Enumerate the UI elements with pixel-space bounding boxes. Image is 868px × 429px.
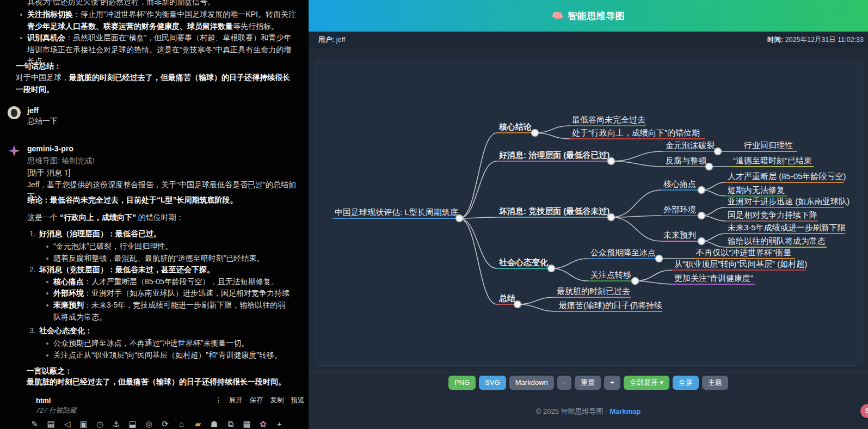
- svg-text:未来预判: 未来预判: [663, 230, 696, 240]
- image-icon[interactable]: ▣: [79, 419, 88, 429]
- mindmap-node[interactable]: 从“职业顶层”转向“民间基层” (如村超): [672, 259, 807, 270]
- mindmap-node[interactable]: 国足相对竞争力持续下降: [725, 210, 818, 221]
- home-icon[interactable]: ⌂: [177, 419, 186, 429]
- mindmap-link: [551, 268, 588, 281]
- export-markdown-button[interactable]: Markdown: [509, 376, 554, 390]
- code-menu-icon[interactable]: ⋮: [215, 396, 222, 405]
- file-icon[interactable]: ▰: [193, 419, 202, 429]
- mindmap-node[interactable]: 人才严重断层 (85-05年龄段亏空): [725, 171, 846, 182]
- user-icon[interactable]: ☗: [210, 419, 219, 429]
- mindmap-collapse-dot[interactable]: [632, 278, 639, 285]
- mindmap-collapse-dot[interactable]: [532, 130, 539, 137]
- mindmap-node[interactable]: 未来3-5年成绩或进一步刷新下限: [725, 223, 846, 234]
- clock-icon[interactable]: ◷: [95, 419, 104, 429]
- edit-icon[interactable]: ✎: [30, 419, 39, 429]
- mindmap-collapse-dot[interactable]: [456, 215, 463, 222]
- mindmap-node[interactable]: 金元泡沫破裂: [663, 140, 718, 151]
- hidden-lines-note: 727 行被隐藏: [36, 405, 76, 417]
- mindmap-node[interactable]: 不再仅以“冲进世界杯”衡量: [694, 248, 795, 259]
- mindmap-node[interactable]: 中国足球现状评估: L型长周期筑底: [333, 207, 459, 218]
- summary-paragraph: 对于中国足球，最肮脏的时刻已经过去了，但最痛苦（输球）的日子还得持续很长一段时间…: [16, 72, 294, 95]
- gemini-star-icon: [8, 144, 21, 157]
- mindmap-collapse-dot[interactable]: [715, 148, 722, 155]
- anchor-icon[interactable]: ⚓: [112, 419, 121, 429]
- speaker-icon[interactable]: ◁: [63, 419, 72, 429]
- mindmap-node[interactable]: 未来预判: [661, 230, 701, 241]
- list-item: “金元泡沫”已破裂，行业回归理性。: [46, 241, 294, 253]
- expand-code-button[interactable]: 展开: [229, 396, 243, 405]
- mindmap-collapse-dot[interactable]: [698, 212, 705, 219]
- info-bar: 用户: jeff 时间: 2025年12月31日 11:02:33: [309, 32, 868, 49]
- svg-text:最低谷尚未完全过去: 最低谷尚未完全过去: [572, 115, 645, 124]
- mindmap-collapse-dot[interactable]: [698, 187, 705, 194]
- save-icon[interactable]: ⬓: [128, 419, 137, 429]
- mindmap-node[interactable]: 外部环境: [661, 205, 701, 216]
- svg-text:坏消息: 竞技层面 (最低谷未过): 坏消息: 竞技层面 (最低谷未过): [498, 206, 610, 216]
- plus-icon[interactable]: +: [275, 419, 284, 429]
- chat-paragraph-fragment: 其视为“偿还历史欠债”的必然过程，而非新的崩盘信号。: [27, 0, 302, 8]
- mindmap-node[interactable]: 社会心态变化: [497, 258, 551, 268]
- mindmap-link: [459, 217, 497, 218]
- mindmap-node[interactable]: 反腐与整顿: [663, 156, 709, 167]
- mindmap-node[interactable]: 最痛苦(输球)的日子仍将持续: [557, 301, 662, 311]
- expand-all-button[interactable]: 全部展开 ▾: [624, 376, 669, 390]
- mindmap-node[interactable]: 处于“行政向上，成绩向下”的错位期: [570, 128, 705, 139]
- trash-icon[interactable]: ▤: [46, 419, 56, 429]
- refresh-icon[interactable]: ⟳: [161, 419, 170, 429]
- copy-icon[interactable]: ⧉: [226, 419, 235, 429]
- mindmap-node[interactable]: 更加关注“青训健康度”: [672, 273, 755, 284]
- mindmap-collapse-dot[interactable]: [608, 214, 615, 221]
- app-header: 🧠 智能思维导图: [309, 0, 868, 32]
- record-icon[interactable]: ◎: [144, 419, 153, 429]
- export-svg-button[interactable]: SVG: [479, 376, 506, 390]
- mindmap-collapse-dot[interactable]: [706, 163, 713, 170]
- mindmap-panel: 🧠 智能思维导图 用户: jeff 时间: 2025年12月31日 11:02:…: [309, 0, 868, 429]
- reset-button[interactable]: 重置: [575, 376, 601, 390]
- user-value: jeff: [336, 36, 345, 44]
- mindmap-link: [635, 281, 672, 284]
- bullet-icon: [46, 281, 48, 283]
- bullet-icon: [46, 354, 48, 357]
- mindmap-node[interactable]: 行业回归理性: [742, 140, 797, 151]
- svg-text:金元泡沫破裂: 金元泡沫破裂: [666, 140, 715, 150]
- svg-text:不再仅以“冲进世界杯”衡量: 不再仅以“冲进世界杯”衡量: [695, 248, 791, 257]
- mindmap-collapse-dot[interactable]: [656, 255, 663, 262]
- copy-code-button[interactable]: 复制: [270, 396, 284, 405]
- mindmap-node[interactable]: 核心结论: [497, 122, 535, 133]
- mindmap-collapse-dot[interactable]: [514, 301, 521, 308]
- mindmap-node[interactable]: 短期内无法修复: [725, 185, 787, 196]
- svg-text:人才严重断层 (85-05年龄段亏空): 人才严重断层 (85-05年龄段亏空): [728, 171, 846, 181]
- mindmap-node[interactable]: 输给以往的弱队将成为常态: [725, 236, 827, 247]
- mindmap-node[interactable]: 亚洲对手进步迅速 (如东南亚球队): [725, 197, 849, 207]
- grid-icon[interactable]: ▦: [242, 419, 251, 429]
- assistant-tag: [助手 消息 1]: [27, 167, 70, 179]
- export-png-button[interactable]: PNG: [448, 376, 476, 390]
- save-code-button[interactable]: 保存: [250, 396, 263, 405]
- mindmap-node[interactable]: 好消息: 治理层面 (最低谷已过): [497, 150, 611, 161]
- list-item-text: 随着反腐和整顿，最混乱、最肮脏的“道德至暗时刻”已经结束。: [53, 254, 264, 262]
- mindmap-svg[interactable]: 中国足球现状评估: L型长周期筑底核心结论最低谷尚未完全过去处于“行政向上，成绩…: [315, 59, 862, 365]
- mindmap-canvas[interactable]: 中国足球现状评估: L型长周期筑底核心结论最低谷尚未完全过去处于“行政向上，成绩…: [315, 59, 863, 366]
- mindmap-node[interactable]: 坏消息: 竞技层面 (最低谷未过): [497, 206, 611, 217]
- mindmap-node[interactable]: “道德至暗时刻”已结束: [731, 156, 814, 167]
- mindmap-node[interactable]: 公众预期降至冰点: [588, 248, 659, 259]
- list-item-text: 核心痛点：人才严重断层（85-05年龄段亏空），且无法短期修复。: [53, 277, 279, 286]
- fullscreen-button[interactable]: 全屏: [673, 376, 699, 390]
- svg-text:公众预期降至冰点: 公众预期降至冰点: [590, 248, 656, 257]
- mindmap-node[interactable]: 最低谷尚未完全过去: [570, 115, 646, 126]
- markmap-link[interactable]: Markmap: [610, 407, 641, 415]
- theme-button[interactable]: 主题: [702, 376, 728, 390]
- mindmap-node[interactable]: 最肮脏的时刻已过去: [555, 286, 631, 297]
- mindmap-node[interactable]: 关注点转移: [588, 270, 635, 281]
- chat-panel: 其视为“偿还历史欠债”的必然过程，而非新的崩盘信号。 关注指标切换：停止用“冲进…: [0, 0, 309, 429]
- palette-icon[interactable]: ✿: [258, 419, 268, 429]
- mindmap-link: [611, 151, 663, 161]
- zoom-out-button[interactable]: -: [557, 376, 571, 390]
- zoom-in-button[interactable]: +: [604, 376, 620, 390]
- mindmap-node[interactable]: 核心痛点: [661, 179, 701, 190]
- mindmap-collapse-dot[interactable]: [698, 238, 705, 245]
- preview-code-button[interactable]: 预览: [291, 396, 305, 405]
- summary-heading: 一句话总结：: [16, 60, 61, 72]
- mindmap-collapse-dot[interactable]: [548, 265, 555, 272]
- mindmap-collapse-dot[interactable]: [608, 158, 615, 165]
